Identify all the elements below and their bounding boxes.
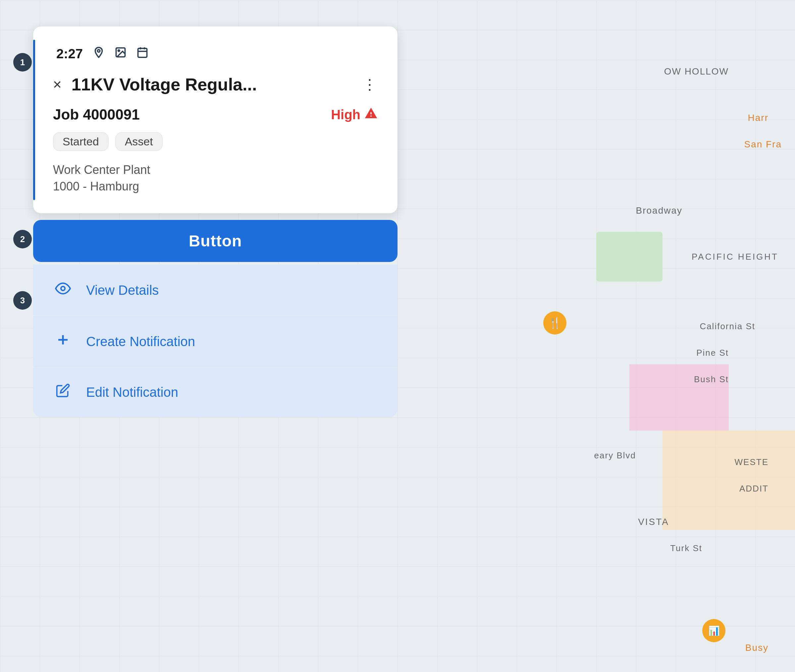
map-label-pine: Pine St — [696, 348, 729, 358]
menu-item-create-notification[interactable]: Create Notification — [33, 316, 398, 367]
menu-panel: View Details Create Notification — [33, 265, 398, 417]
map-label-weste: WESTE — [735, 457, 768, 467]
svg-point-0 — [98, 50, 100, 52]
map-label-broadway: Broadway — [636, 205, 682, 216]
menu-label-create-notification: Create Notification — [86, 334, 195, 349]
step-3-indicator: 3 — [13, 291, 32, 310]
calendar-icon — [136, 46, 149, 61]
card-title: 11KV Voltage Regula... — [72, 75, 352, 94]
close-button[interactable]: × — [53, 77, 62, 92]
image-icon — [115, 46, 126, 61]
map-label-bush: Bush St — [694, 374, 729, 384]
work-center-label: Work Center Plant — [53, 163, 378, 177]
map-label-harr: Harr — [748, 113, 768, 123]
map-label-geary: eary Blvd — [594, 450, 636, 461]
priority-label: High — [331, 107, 360, 122]
tag-asset: Asset — [115, 132, 163, 151]
map-label-turk: Turk St — [670, 543, 702, 554]
step-1-indicator: 1 — [13, 53, 32, 72]
map-label-hollow: OW HOLLOW — [664, 66, 729, 77]
map-label-california: California St — [700, 321, 755, 331]
tags-row: Started Asset — [53, 132, 378, 151]
status-time: 2:27 — [56, 46, 83, 61]
menu-item-edit-notification[interactable]: Edit Notification — [33, 367, 398, 417]
job-row: Job 4000091 High — [53, 106, 378, 123]
svg-point-7 — [61, 286, 65, 290]
map-label-busy: Busy — [745, 643, 768, 653]
menu-label-view-details: View Details — [86, 283, 159, 298]
main-panel: 1 2:27 — [33, 27, 398, 417]
map-label-addit: ADDIT — [739, 483, 768, 494]
svg-rect-3 — [138, 48, 147, 57]
card-header: × 11KV Voltage Regula... ⋮ — [53, 75, 378, 94]
food-map-pin: 🍴 — [543, 311, 570, 338]
pencil-icon — [53, 383, 73, 401]
menu-item-view-details[interactable]: View Details — [33, 265, 398, 316]
map-label-vista: VISTA — [638, 517, 669, 527]
action-panel: Button — [33, 220, 398, 262]
plus-icon — [53, 332, 73, 351]
work-center-info: Work Center Plant 1000 - Hamburg — [53, 163, 378, 194]
map-labels: OW HOLLOW Harr San Fra Broadway PACIFIC … — [497, 0, 795, 672]
priority-badge: High — [331, 107, 378, 123]
map-label-pacific: PACIFIC HEIGHT — [692, 252, 779, 262]
step-2-indicator: 2 — [13, 230, 32, 248]
location-icon — [93, 46, 105, 61]
warning-icon — [365, 107, 378, 123]
more-options-button[interactable]: ⋮ — [362, 77, 378, 92]
status-bar: 2:27 — [53, 46, 378, 61]
job-number: Job 4000091 — [53, 106, 140, 123]
svg-point-2 — [118, 50, 120, 52]
stats-map-pin: 📊 — [702, 619, 729, 645]
info-card: 2:27 — [33, 27, 398, 213]
menu-label-edit-notification: Edit Notification — [86, 385, 178, 400]
eye-icon — [53, 280, 73, 300]
main-action-button[interactable]: Button — [33, 220, 398, 262]
tag-started: Started — [53, 132, 109, 151]
map-label-sanfra: San Fra — [744, 139, 782, 150]
work-center-value: 1000 - Hamburg — [53, 179, 378, 194]
